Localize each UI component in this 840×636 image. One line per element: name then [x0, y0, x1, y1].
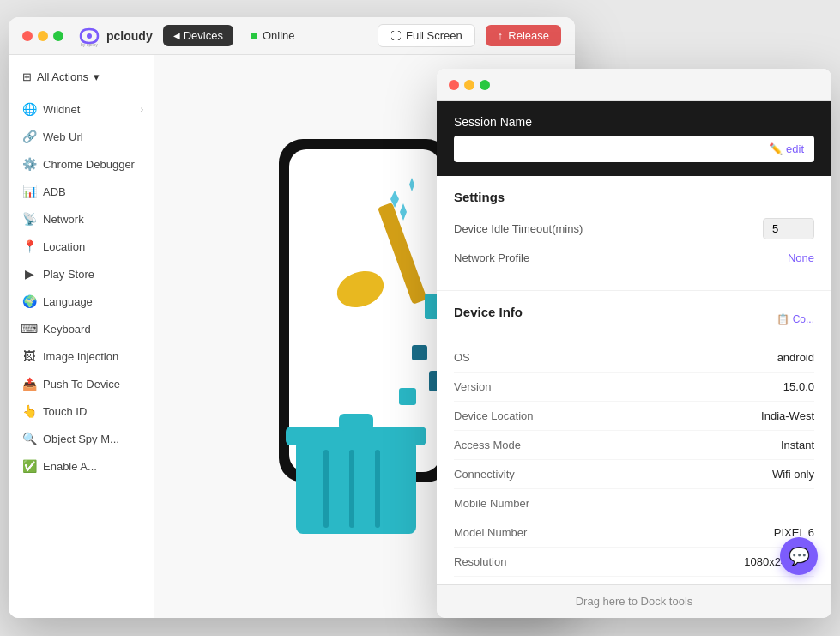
idle-timeout-label: Device Idle Timeout(mins)	[454, 222, 583, 235]
web-url-icon: 🔗	[22, 130, 36, 143]
panel-window: Session Name ✏️ edit Settings Device Idl…	[437, 69, 831, 618]
fullscreen-icon: ⛶	[390, 30, 401, 42]
device-info-header: Device Info 📋 Co...	[454, 305, 814, 333]
panel-minimize-button[interactable]	[464, 80, 474, 90]
info-row-screen-size: Screen Size 6.4 in	[454, 577, 814, 584]
wildnet-icon: 🌐	[22, 102, 36, 116]
chrome-icon: ⚙️	[22, 157, 36, 171]
network-profile-value: None	[788, 251, 814, 264]
edit-link[interactable]: ✏️ edit	[769, 142, 804, 155]
traffic-lights	[22, 31, 63, 41]
sidebar-item-keyboard[interactable]: ⌨ Keyboard	[9, 315, 154, 342]
svg-rect-19	[399, 388, 416, 405]
info-row-version: Version 15.0.0	[454, 373, 814, 402]
panel-close-button[interactable]	[449, 80, 459, 90]
idle-timeout-select[interactable]: 5 10 15	[763, 218, 814, 239]
chat-icon: 💬	[789, 546, 810, 566]
sidebar-item-web-url[interactable]: 🔗 Web Url	[9, 123, 154, 150]
object-spy-icon: 🔍	[22, 432, 36, 445]
chevron-down-icon: ▾	[94, 70, 100, 83]
info-row-access-mode: Access Mode Instant	[454, 431, 814, 460]
sidebar-item-touch-id[interactable]: 👆 Touch ID	[9, 397, 154, 425]
info-row-mobile-number: Mobile Number	[454, 489, 814, 518]
svg-rect-9	[339, 414, 373, 431]
logo: by opkey pcloudy	[77, 24, 153, 48]
info-row-model-number: Model Number PIXEL 6	[454, 518, 814, 548]
push-device-icon: 📤	[22, 377, 36, 391]
sidebar-item-network[interactable]: 📡 Network	[9, 205, 154, 233]
play-store-icon: ▶	[22, 267, 36, 281]
arrow-icon: ›	[141, 105, 143, 114]
sidebar-item-language[interactable]: 🌍 Language	[9, 288, 154, 315]
settings-section: Settings Device Idle Timeout(mins) 5 10 …	[437, 176, 831, 291]
sidebar-item-location[interactable]: 📍 Location	[9, 233, 154, 260]
sidebar-item-enable-a[interactable]: ✅ Enable A...	[9, 452, 154, 480]
copy-icon: 📋	[777, 313, 789, 325]
svg-point-0	[87, 33, 92, 39]
title-bar: by opkey pcloudy ◀ Devices Online ⛶ Full…	[9, 17, 575, 55]
status-dot	[251, 33, 257, 39]
session-section: Session Name ✏️ edit	[437, 101, 831, 176]
sidebar-item-play-store[interactable]: ▶ Play Store	[9, 260, 154, 288]
sidebar: ⊞ All Actions ▾ 🌐 Wildnet › 🔗 Web Url ⚙️…	[9, 55, 154, 618]
chat-button[interactable]: 💬	[780, 537, 818, 575]
enable-icon: ✅	[22, 459, 36, 473]
idle-timeout-row: Device Idle Timeout(mins) 5 10 15	[454, 218, 814, 239]
device-info-title: Device Info	[454, 305, 523, 319]
svg-rect-17	[412, 345, 427, 360]
info-row-resolution: Resolution 1080x2400 px	[454, 548, 814, 577]
device-info-section: Device Info 📋 Co... OS android Version 1…	[437, 291, 831, 584]
grid-icon: ⊞	[22, 70, 32, 83]
info-row-os: OS android	[454, 343, 814, 373]
status-badge: Online	[251, 29, 295, 42]
language-icon: 🌍	[22, 294, 36, 308]
network-profile-label: Network Profile	[454, 251, 529, 264]
info-row-device-location: Device Location India-West	[454, 402, 814, 431]
release-button[interactable]: ↑ Release	[486, 25, 561, 46]
svg-rect-4	[296, 439, 416, 534]
panel-title-bar	[437, 69, 831, 101]
logo-text: pcloudy	[106, 29, 153, 43]
panel-maximize-button[interactable]	[480, 80, 490, 90]
session-name-label: Session Name	[454, 115, 814, 129]
copy-button[interactable]: 📋 Co...	[777, 313, 814, 325]
session-input-row: ✏️ edit	[454, 136, 814, 162]
sidebar-item-chrome-debugger[interactable]: ⚙️ Chrome Debugger	[9, 150, 154, 178]
close-button[interactable]	[22, 31, 33, 41]
network-profile-row: Network Profile None	[454, 251, 814, 264]
location-icon: 📍	[22, 239, 36, 253]
dock-bar: Drag here to Dock tools	[437, 584, 831, 618]
logo-icon: by opkey	[77, 24, 101, 48]
info-row-connectivity: Connectivity Wifi only	[454, 460, 814, 489]
settings-title: Settings	[454, 190, 814, 204]
network-icon: 📡	[22, 212, 36, 226]
minimize-button[interactable]	[38, 31, 48, 41]
svg-text:by opkey: by opkey	[81, 42, 99, 47]
sidebar-item-push-to-device[interactable]: 📤 Push To Device	[9, 370, 154, 397]
maximize-button[interactable]	[53, 31, 63, 41]
fullscreen-button[interactable]: ⛶ Full Screen	[378, 24, 475, 47]
sidebar-item-wildnet[interactable]: 🌐 Wildnet ›	[9, 95, 154, 123]
sidebar-item-object-spy[interactable]: 🔍 Object Spy M...	[9, 425, 154, 452]
all-actions-button[interactable]: ⊞ All Actions ▾	[9, 64, 154, 90]
edit-icon: ✏️	[769, 142, 783, 155]
sidebar-item-adb[interactable]: 📊 ADB	[9, 178, 154, 205]
upload-icon: ↑	[498, 29, 504, 42]
panel-content: Session Name ✏️ edit Settings Device Idl…	[437, 101, 831, 584]
sidebar-item-image-injection[interactable]: 🖼 Image Injection	[9, 342, 154, 370]
keyboard-icon: ⌨	[22, 322, 36, 336]
panel-traffic-lights	[449, 80, 490, 90]
devices-button[interactable]: ◀ Devices	[163, 25, 233, 46]
touch-id-icon: 👆	[22, 404, 36, 418]
adb-icon: 📊	[22, 185, 36, 198]
image-injection-icon: 🖼	[22, 349, 36, 363]
